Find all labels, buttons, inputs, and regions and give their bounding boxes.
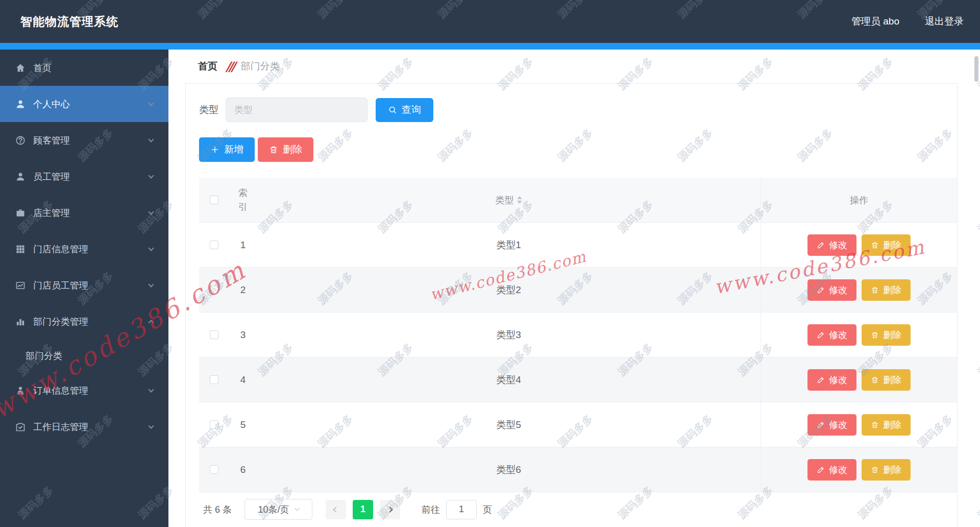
next-page-button[interactable] bbox=[380, 500, 400, 519]
table-row: 5 类型5 修改 删除 bbox=[199, 402, 957, 447]
row-type: 类型5 bbox=[257, 402, 761, 447]
row-index: 1 bbox=[229, 223, 257, 267]
row-checkbox[interactable] bbox=[210, 285, 218, 294]
toolbar: 新增 删除 bbox=[199, 137, 957, 162]
add-button[interactable]: 新增 bbox=[199, 137, 255, 162]
sidebar-item-dept-category-mgmt[interactable]: 部门分类管理 bbox=[0, 303, 168, 340]
column-header-type[interactable]: 类型 bbox=[257, 178, 761, 222]
edit-button-label: 修改 bbox=[829, 374, 847, 386]
barchart-icon bbox=[15, 317, 26, 327]
row-delete-button[interactable]: 删除 bbox=[862, 459, 911, 481]
sidebar-item-order-info-mgmt[interactable]: 订单信息管理 bbox=[0, 372, 168, 409]
trend-icon bbox=[15, 280, 26, 291]
edit-button[interactable]: 修改 bbox=[807, 414, 856, 436]
logout-button[interactable]: 退出登录 bbox=[925, 15, 964, 28]
row-delete-button-label: 删除 bbox=[883, 329, 901, 341]
edit-button[interactable]: 修改 bbox=[807, 459, 856, 481]
breadcrumb-home[interactable]: 首页 bbox=[198, 60, 217, 73]
row-checkbox[interactable] bbox=[210, 241, 218, 249]
row-actions: 修改 删除 bbox=[761, 402, 957, 447]
edit-button[interactable]: 修改 bbox=[807, 324, 856, 346]
total-count: 共 6 条 bbox=[203, 504, 232, 516]
row-checkbox[interactable] bbox=[210, 465, 218, 474]
query-button-label: 查询 bbox=[402, 103, 421, 116]
prev-page-button[interactable] bbox=[326, 500, 346, 519]
select-all-checkbox[interactable] bbox=[210, 196, 218, 204]
edit-button[interactable]: 修改 bbox=[807, 369, 856, 391]
edit-button-label: 修改 bbox=[829, 419, 847, 431]
breadcrumb: 首页 /// 部门分类 bbox=[168, 50, 980, 83]
row-index: 3 bbox=[229, 313, 257, 357]
chevron-down-icon bbox=[148, 387, 154, 392]
query-button[interactable]: 查询 bbox=[376, 98, 433, 122]
edit-button-label: 修改 bbox=[829, 239, 847, 251]
chevron-down-icon bbox=[148, 423, 154, 428]
sidebar-item-label: 门店信息管理 bbox=[33, 243, 88, 255]
goto-page-input[interactable] bbox=[446, 500, 477, 519]
pencil-icon bbox=[817, 421, 825, 429]
row-delete-button[interactable]: 删除 bbox=[862, 414, 911, 436]
row-checkbox[interactable] bbox=[210, 420, 218, 429]
chevron-up-icon bbox=[148, 320, 154, 325]
pencil-icon bbox=[817, 286, 825, 294]
edit-button-label: 修改 bbox=[829, 284, 847, 296]
sidebar-item-profile-center[interactable]: 个人中心 bbox=[0, 86, 168, 122]
admin-label[interactable]: 管理员 abo bbox=[851, 15, 899, 28]
row-index: 2 bbox=[229, 268, 257, 312]
sidebar-item-label: 部门分类 bbox=[26, 350, 62, 362]
page-size-value: 10条/页 bbox=[258, 504, 289, 516]
top-header: 智能物流管理系统 管理员 abo 退出登录 bbox=[0, 0, 980, 43]
table-row: 4 类型4 修改 删除 bbox=[199, 357, 957, 402]
chevron-down-icon bbox=[148, 136, 154, 142]
main-content: 首页 /// 部门分类 类型 查询 新增 bbox=[168, 50, 980, 527]
home-icon bbox=[15, 63, 26, 73]
row-delete-button-label: 删除 bbox=[883, 374, 901, 386]
sidebar-item-store-employee-mgmt[interactable]: 门店员工管理 bbox=[0, 267, 168, 303]
row-delete-button[interactable]: 删除 bbox=[862, 234, 911, 256]
page-size-select[interactable]: 10条/页 bbox=[244, 499, 312, 520]
header-accent-divider bbox=[0, 43, 980, 50]
sidebar-item-store-info-mgmt[interactable]: 门店信息管理 bbox=[0, 231, 168, 267]
sidebar-item-label: 门店员工管理 bbox=[33, 279, 88, 292]
sidebar-item-label: 部门分类管理 bbox=[33, 316, 88, 328]
row-delete-button[interactable]: 删除 bbox=[862, 369, 911, 391]
question-icon bbox=[15, 135, 26, 146]
pagination: 共 6 条 10条/页 1 前往 页 bbox=[186, 492, 957, 526]
row-delete-button[interactable]: 删除 bbox=[862, 279, 911, 301]
row-index: 6 bbox=[229, 447, 257, 492]
table-body: 1 类型1 修改 删除 2 类型2 bbox=[199, 223, 957, 492]
batch-delete-button[interactable]: 删除 bbox=[258, 137, 313, 162]
user-icon bbox=[15, 99, 26, 109]
row-delete-button[interactable]: 删除 bbox=[862, 324, 911, 346]
row-checkbox[interactable] bbox=[210, 330, 218, 339]
sidebar-menu: 首页 个人中心 顾客管理 员工管理 店主管理 门店信息管理 门店员工管理 bbox=[0, 50, 168, 527]
sidebar-item-employee-mgmt[interactable]: 员工管理 bbox=[0, 158, 168, 195]
page-title: 智能物流管理系统 bbox=[20, 14, 118, 30]
user-badge-icon bbox=[15, 386, 26, 396]
sidebar-item-home[interactable]: 首页 bbox=[0, 50, 168, 86]
sidebar-item-dept-category[interactable]: 部门分类 bbox=[0, 340, 168, 372]
chevron-down-icon bbox=[295, 506, 300, 511]
column-header-actions: 操作 bbox=[761, 178, 957, 222]
page-number-button[interactable]: 1 bbox=[353, 500, 373, 519]
edit-button-label: 修改 bbox=[829, 464, 847, 476]
edit-button[interactable]: 修改 bbox=[807, 234, 856, 256]
sidebar-item-worklog-mgmt[interactable]: 工作日志管理 bbox=[0, 409, 168, 445]
chevron-down-icon bbox=[148, 173, 154, 178]
search-input[interactable] bbox=[226, 98, 368, 122]
row-type: 类型1 bbox=[257, 223, 761, 267]
row-delete-button-label: 删除 bbox=[883, 284, 901, 296]
row-actions: 修改 删除 bbox=[761, 268, 957, 312]
edit-button[interactable]: 修改 bbox=[807, 279, 856, 301]
user-icon bbox=[15, 172, 26, 182]
sidebar-item-customer-mgmt[interactable]: 顾客管理 bbox=[0, 122, 168, 158]
row-actions: 修改 删除 bbox=[761, 447, 957, 492]
grid-icon bbox=[15, 244, 26, 254]
scrollbar[interactable] bbox=[974, 56, 978, 82]
row-checkbox[interactable] bbox=[210, 375, 218, 384]
row-type: 类型4 bbox=[257, 357, 761, 402]
row-type: 类型6 bbox=[257, 447, 761, 492]
sort-icon[interactable] bbox=[517, 196, 522, 204]
sidebar-item-shopowner-mgmt[interactable]: 店主管理 bbox=[0, 195, 168, 231]
edit-button-label: 修改 bbox=[829, 329, 847, 341]
